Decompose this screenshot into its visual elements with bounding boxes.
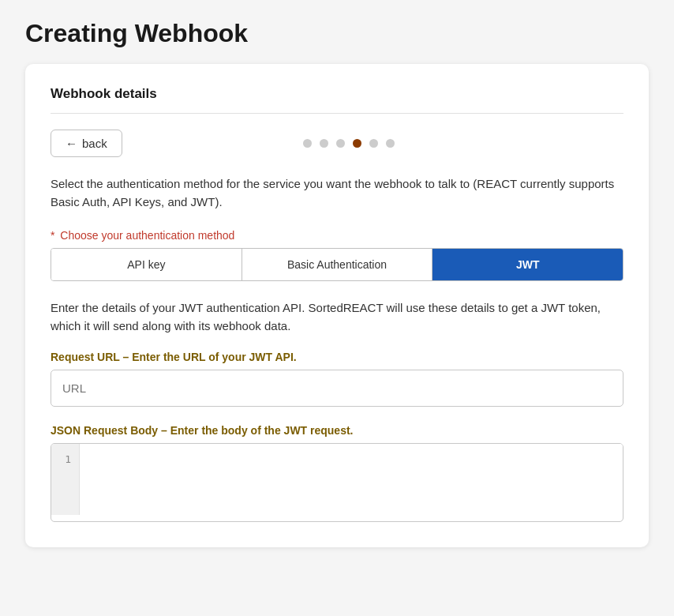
- tab-jwt[interactable]: JWT: [432, 249, 623, 280]
- auth-tabs: API key Basic Authentication JWT: [51, 248, 623, 281]
- step-dot-6: [386, 139, 395, 148]
- code-editor-inner: 1: [51, 444, 623, 515]
- required-star: *: [51, 229, 58, 242]
- url-field-label: Request URL – Enter the URL of your JWT …: [51, 351, 623, 363]
- step-dot-1: [303, 139, 312, 148]
- section-title: Webhook details: [51, 86, 623, 114]
- line-number-1: 1: [59, 452, 71, 468]
- step-dot-5: [369, 139, 378, 148]
- step-dot-4-active: [353, 139, 361, 148]
- step-dot-2: [320, 139, 328, 148]
- auth-description: Select the authentication method for the…: [51, 175, 623, 212]
- step-dots: [303, 139, 442, 148]
- line-numbers: 1: [51, 444, 80, 515]
- tab-basic-auth[interactable]: Basic Authentication: [242, 249, 433, 280]
- page-title: Creating Webhook: [25, 19, 649, 48]
- back-button[interactable]: ← back: [51, 130, 122, 157]
- code-area[interactable]: [80, 444, 623, 515]
- tab-api-key[interactable]: API key: [51, 249, 242, 280]
- url-input[interactable]: [51, 370, 623, 407]
- step-dot-3: [336, 139, 345, 148]
- nav-row: ← back: [51, 130, 623, 157]
- json-code-editor[interactable]: 1: [51, 443, 623, 522]
- webhook-card: Webhook details ← back Select the authen…: [25, 64, 649, 547]
- back-label: back: [82, 137, 107, 150]
- auth-method-label: * Choose your authentication method: [51, 229, 623, 242]
- jwt-description: Enter the details of your JWT authentica…: [51, 299, 623, 336]
- json-field-label: JSON Request Body – Enter the body of th…: [51, 424, 623, 437]
- back-arrow-icon: ←: [66, 137, 77, 150]
